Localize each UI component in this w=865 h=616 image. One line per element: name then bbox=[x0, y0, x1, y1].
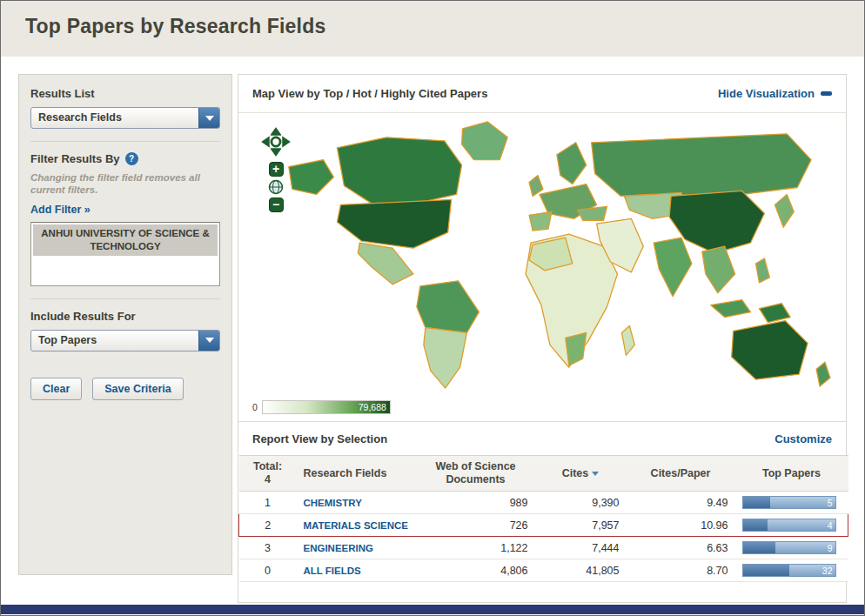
research-field-link[interactable]: ALL FIELDS bbox=[304, 566, 361, 576]
row-rank: 2 bbox=[239, 514, 297, 537]
cites-header-label: Cites bbox=[562, 467, 589, 479]
top-papers-header: Top Papers bbox=[735, 456, 848, 492]
total-header: Total: 4 bbox=[239, 456, 297, 492]
row-cites: 7,957 bbox=[535, 514, 627, 537]
row-rank: 0 bbox=[239, 559, 297, 582]
page-header: Top Papers by Research Fields bbox=[1, 1, 864, 57]
map-regions[interactable] bbox=[289, 122, 830, 388]
report-view-title: Report View by Selection bbox=[252, 432, 387, 445]
divider bbox=[30, 298, 220, 299]
cites-per-paper-header: Cites/Paper bbox=[627, 456, 735, 492]
legend-max-label: 79,688 bbox=[359, 402, 386, 412]
row-cites-per-paper: 10.96 bbox=[627, 514, 735, 537]
row-docs: 1,122 bbox=[417, 537, 535, 559]
row-docs: 726 bbox=[417, 514, 535, 537]
world-map[interactable] bbox=[244, 115, 841, 398]
row-docs: 989 bbox=[417, 492, 535, 514]
row-cites-per-paper: 9.49 bbox=[627, 492, 735, 514]
results-list-label: Results List bbox=[30, 87, 220, 100]
top-papers-count: 5 bbox=[828, 497, 833, 509]
row-field-cell: CHEMISTRY bbox=[297, 492, 417, 514]
minus-icon bbox=[821, 91, 832, 96]
filter-list-item[interactable]: ANHUI UNIVERSITY OF SCIENCE & TECHNOLOGY bbox=[33, 224, 218, 256]
hide-visualization-link[interactable]: Hide Visualization bbox=[718, 87, 832, 100]
row-top-papers-cell: 32 bbox=[735, 559, 848, 582]
row-rank: 1 bbox=[239, 492, 297, 514]
top-papers-bar-fill bbox=[743, 565, 789, 576]
sidebar: Results List Research Fields Filter Resu… bbox=[18, 74, 232, 575]
main-panel: Map View by Top / Hot / Highly Cited Pap… bbox=[238, 74, 847, 603]
map-pan-control[interactable] bbox=[259, 125, 292, 158]
save-criteria-button[interactable]: Save Criteria bbox=[92, 378, 183, 400]
divider bbox=[30, 141, 220, 142]
chevron-down-icon[interactable] bbox=[198, 108, 219, 128]
row-field-cell: ENGINEERING bbox=[297, 537, 417, 559]
row-top-papers-cell: 4 bbox=[735, 514, 848, 537]
row-field-cell: ALL FIELDS bbox=[297, 559, 417, 582]
row-top-papers-cell: 9 bbox=[735, 537, 848, 559]
row-cites: 41,805 bbox=[535, 559, 627, 582]
top-papers-bar: 4 bbox=[742, 519, 836, 532]
row-cites-per-paper: 8.70 bbox=[627, 559, 735, 582]
table-row: 3 ENGINEERING 1,122 7,444 6.63 9 bbox=[239, 537, 848, 559]
include-results-label: Include Results For bbox=[30, 310, 220, 323]
row-cites: 9,390 bbox=[535, 492, 627, 514]
research-field-link[interactable]: ENGINEERING bbox=[304, 543, 374, 553]
footer-bar bbox=[1, 605, 864, 614]
esi-page: Top Papers by Research Fields Results Li… bbox=[0, 0, 865, 616]
customize-link[interactable]: Customize bbox=[774, 432, 832, 445]
row-field-cell: MATERIALS SCIENCE bbox=[297, 514, 417, 537]
sort-desc-icon bbox=[592, 472, 599, 476]
wos-documents-header: Web of Science Documents bbox=[417, 456, 535, 492]
row-cites: 7,444 bbox=[535, 537, 627, 559]
include-results-dropdown[interactable]: Top Papers bbox=[30, 330, 220, 352]
research-field-link[interactable]: MATERIALS SCIENCE bbox=[304, 520, 409, 531]
row-top-papers-cell: 5 bbox=[735, 492, 848, 514]
results-list-value: Research Fields bbox=[31, 108, 198, 128]
map-container: + − bbox=[238, 113, 846, 400]
top-papers-bar: 32 bbox=[742, 564, 836, 577]
row-rank: 3 bbox=[239, 537, 297, 559]
top-papers-count: 32 bbox=[822, 565, 833, 577]
include-results-value: Top Papers bbox=[31, 331, 198, 351]
zoom-in-button[interactable]: + bbox=[269, 162, 284, 177]
filter-by-label: Filter Results By bbox=[30, 152, 120, 165]
help-icon[interactable]: ? bbox=[125, 152, 138, 165]
page-title: Top Papers by Research Fields bbox=[25, 15, 325, 38]
add-filter-link[interactable]: Add Filter » bbox=[30, 204, 91, 216]
row-docs: 4,806 bbox=[417, 559, 535, 582]
table-row: 1 CHEMISTRY 989 9,390 9.49 5 bbox=[239, 492, 848, 514]
research-field-link[interactable]: CHEMISTRY bbox=[304, 498, 362, 508]
top-papers-bar-fill bbox=[743, 542, 775, 553]
top-papers-bar-fill bbox=[743, 519, 768, 531]
table-row: 2 MATERIALS SCIENCE 726 7,957 10.96 4 bbox=[239, 514, 848, 537]
map-view-title: Map View by Top / Hot / Highly Cited Pap… bbox=[252, 87, 487, 100]
filter-listbox[interactable]: ANHUI UNIVERSITY OF SCIENCE & TECHNOLOGY bbox=[30, 222, 220, 286]
globe-icon[interactable] bbox=[268, 179, 284, 195]
hide-visualization-label: Hide Visualization bbox=[718, 87, 815, 100]
map-legend: 0 79,688 bbox=[238, 400, 846, 421]
table-row: 0 ALL FIELDS 4,806 41,805 8.70 32 bbox=[239, 559, 848, 582]
top-papers-bar: 5 bbox=[742, 496, 836, 509]
research-fields-header: Research Fields bbox=[297, 456, 417, 492]
top-papers-bar-fill bbox=[743, 497, 771, 508]
clear-button[interactable]: Clear bbox=[30, 378, 82, 400]
filter-note: Changing the filter field removes all cu… bbox=[30, 171, 220, 197]
results-list-dropdown[interactable]: Research Fields bbox=[30, 107, 220, 129]
top-papers-count: 4 bbox=[828, 519, 833, 532]
report-table-body: 1 CHEMISTRY 989 9,390 9.49 5 2 MATERIALS… bbox=[239, 492, 848, 582]
table-header-row: Total: 4 Research Fields Web of Science … bbox=[239, 456, 848, 492]
row-cites-per-paper: 6.63 bbox=[627, 537, 735, 559]
top-papers-bar: 9 bbox=[742, 541, 836, 554]
legend-min-label: 0 bbox=[252, 402, 258, 412]
zoom-out-button[interactable]: − bbox=[269, 198, 284, 212]
cites-sort-header[interactable]: Cites bbox=[535, 456, 627, 492]
top-papers-count: 9 bbox=[828, 542, 833, 554]
legend-gradient-bar: 79,688 bbox=[262, 400, 391, 414]
report-table: Total: 4 Research Fields Web of Science … bbox=[238, 455, 848, 582]
chevron-down-icon[interactable] bbox=[198, 331, 219, 351]
